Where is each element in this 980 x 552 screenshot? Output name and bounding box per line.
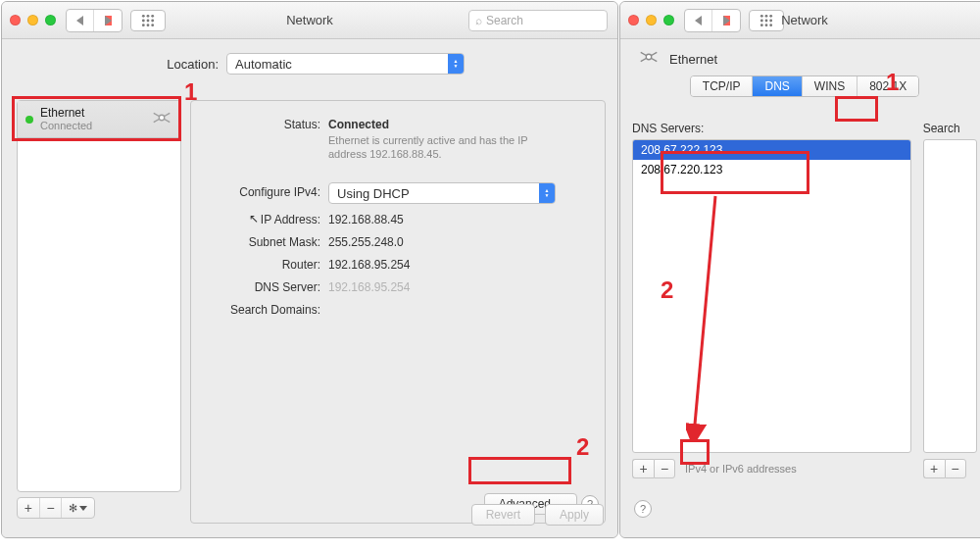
- ethernet-icon: [151, 110, 172, 129]
- svg-point-14: [765, 19, 768, 22]
- zoom-icon[interactable]: [45, 15, 56, 25]
- subnet-mask-value: 255.255.248.0: [328, 232, 591, 249]
- window-title: Network: [781, 13, 828, 27]
- add-dns-button[interactable]: +: [632, 459, 654, 478]
- nav-back-forward: [684, 9, 741, 32]
- tab-wins[interactable]: WINS: [803, 76, 858, 96]
- location-select[interactable]: Automatic ▲▼: [226, 53, 465, 75]
- forward-button[interactable]: [94, 10, 122, 31]
- configure-ipv4-value: Using DHCP: [337, 186, 539, 201]
- interface-actions-menu[interactable]: ✻: [62, 498, 94, 518]
- apply-button[interactable]: Apply: [545, 504, 604, 526]
- svg-point-19: [646, 54, 652, 60]
- minimize-icon[interactable]: [27, 15, 38, 25]
- show-all-button[interactable]: [130, 10, 166, 31]
- ethernet-title: Ethernet: [669, 52, 717, 67]
- svg-point-17: [765, 24, 768, 26]
- search-domains-label: Search Domains:: [205, 300, 328, 317]
- select-arrows-icon: ▲▼: [448, 54, 464, 74]
- tab-tcpip[interactable]: TCP/IP: [691, 76, 754, 96]
- window-title: Network: [286, 13, 333, 27]
- location-value: Automatic: [235, 57, 448, 72]
- remove-domain-button[interactable]: −: [945, 459, 966, 478]
- svg-point-0: [142, 14, 145, 17]
- select-arrows-icon: ▲▼: [539, 183, 555, 203]
- interface-detail: Status: Connected Ethernet is currently …: [190, 100, 606, 524]
- svg-point-13: [760, 19, 763, 22]
- grid-icon: [760, 14, 773, 27]
- search-domains-value: [328, 300, 591, 317]
- svg-point-18: [769, 24, 772, 26]
- dns-section: DNS Servers: 208.67.222.123 208.67.220.1…: [632, 122, 977, 478]
- dns-server-row[interactable]: 208.67.222.123: [633, 140, 910, 160]
- tab-dns[interactable]: DNS: [753, 76, 802, 96]
- chevron-left-icon: [695, 16, 702, 25]
- dns-servers-list[interactable]: 208.67.222.123 208.67.220.123: [632, 139, 911, 453]
- close-icon[interactable]: [10, 15, 21, 25]
- router-label: Router:: [205, 255, 328, 272]
- svg-point-6: [142, 24, 145, 26]
- chevron-right-icon: [105, 16, 112, 25]
- sidebar-tools: + − ✻: [17, 497, 95, 519]
- status-subtext: Ethernet is currently active and has the…: [328, 133, 564, 161]
- window-body-right: Ethernet TCP/IP DNS WINS 802.1X DNS Serv…: [620, 39, 980, 537]
- footer-buttons: Revert Apply: [471, 504, 604, 526]
- svg-point-15: [769, 19, 772, 22]
- revert-button[interactable]: Revert: [471, 504, 535, 526]
- tab-8021x[interactable]: 802.1X: [858, 76, 918, 96]
- dns-server-label: DNS Server:: [205, 277, 328, 294]
- svg-point-11: [765, 14, 768, 17]
- back-button[interactable]: [67, 10, 94, 31]
- grid-icon: [141, 14, 155, 27]
- cursor-icon: ↖: [249, 212, 259, 226]
- minimize-icon[interactable]: [646, 15, 657, 25]
- add-domain-button[interactable]: +: [923, 459, 945, 478]
- chevron-right-icon: [723, 16, 730, 25]
- chevron-left-icon: [76, 16, 83, 25]
- search-input[interactable]: ⌕ Search: [468, 10, 608, 31]
- ip-address-label: ↖IP Address:: [205, 210, 328, 226]
- forward-button[interactable]: [712, 10, 740, 31]
- titlebar-left: Network ⌕ Search: [2, 2, 617, 39]
- dns-servers-label: DNS Servers:: [632, 122, 911, 135]
- svg-point-5: [151, 19, 154, 22]
- ethernet-icon: [638, 49, 660, 70]
- svg-point-7: [147, 24, 150, 26]
- configure-ipv4-select[interactable]: Using DHCP ▲▼: [328, 182, 556, 204]
- router-value: 192.168.95.254: [328, 255, 591, 272]
- show-all-button[interactable]: [749, 10, 784, 31]
- svg-point-12: [769, 14, 772, 17]
- svg-point-8: [151, 24, 154, 26]
- dns-server-row[interactable]: 208.67.220.123: [633, 160, 910, 179]
- traffic-lights: [628, 15, 674, 25]
- sidebar-item-ethernet[interactable]: Ethernet Connected: [18, 101, 180, 138]
- zoom-icon[interactable]: [663, 15, 674, 25]
- back-button[interactable]: [685, 10, 712, 31]
- remove-interface-button[interactable]: −: [40, 498, 63, 518]
- subnet-mask-label: Subnet Mask:: [205, 232, 328, 249]
- sidebar-item-name: Ethernet: [40, 107, 92, 120]
- network-advanced-window: Network Ethernet TCP/IP DNS WINS 802.1X …: [619, 1, 980, 538]
- nav-back-forward: [66, 9, 122, 32]
- configure-ipv4-label: Configure IPv4:: [205, 182, 328, 204]
- advanced-tabs: TCP/IP DNS WINS 802.1X: [690, 75, 919, 97]
- svg-point-3: [142, 19, 145, 22]
- search-domains-list[interactable]: [923, 139, 977, 453]
- close-icon[interactable]: [628, 15, 639, 25]
- add-interface-button[interactable]: +: [18, 498, 40, 518]
- help-button[interactable]: ?: [634, 500, 652, 518]
- svg-point-10: [760, 14, 763, 17]
- ip-address-value: 192.168.88.45: [328, 210, 591, 226]
- network-prefs-window: Network ⌕ Search Location: Automatic ▲▼ …: [1, 1, 618, 538]
- window-body-left: Location: Automatic ▲▼ Ethernet Connecte…: [2, 39, 617, 537]
- interfaces-sidebar: Ethernet Connected: [17, 100, 181, 492]
- dns-server-value: 192.168.95.254: [328, 277, 591, 294]
- svg-point-9: [159, 115, 165, 121]
- chevron-down-icon: [79, 506, 87, 511]
- search-domains-label: Search: [923, 122, 977, 135]
- traffic-lights: [10, 15, 56, 25]
- remove-dns-button[interactable]: −: [654, 459, 675, 478]
- search-icon: ⌕: [475, 14, 482, 27]
- svg-point-2: [151, 14, 154, 17]
- dns-hint: IPv4 or IPv6 addresses: [685, 463, 797, 475]
